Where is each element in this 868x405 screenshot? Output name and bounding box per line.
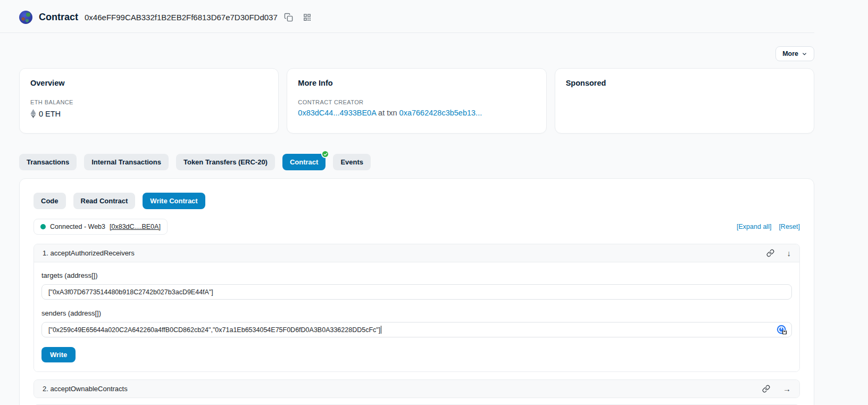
subtab-write-contract[interactable]: Write Contract <box>143 193 205 209</box>
copy-icon[interactable] <box>284 13 293 22</box>
main-tabs: Transactions Internal Transactions Token… <box>19 154 814 170</box>
contract-creator-label: CONTRACT CREATOR <box>298 99 535 105</box>
contract-address: 0x46eFF99CAB332f1B2EB2Ff6813D67e7D30FDd0… <box>85 13 278 22</box>
subtab-read-contract[interactable]: Read Contract <box>73 193 136 209</box>
reset-link[interactable]: [Reset] <box>779 223 800 230</box>
check-icon <box>321 150 329 158</box>
creator-address-link[interactable]: 0x83dC44...4933BE0A <box>298 109 376 117</box>
sponsored-card-title: Sponsored <box>566 79 803 87</box>
page-title: Contract <box>39 12 78 23</box>
tab-transactions[interactable]: Transactions <box>19 154 77 170</box>
text-caret <box>381 326 381 334</box>
more-info-card-title: More Info <box>298 79 535 87</box>
tab-internal-transactions[interactable]: Internal Transactions <box>84 154 169 170</box>
method-accept-authorized-receivers: 1. acceptAuthorizedReceivers ↓ targets (… <box>34 244 800 372</box>
link-icon[interactable] <box>766 249 774 257</box>
method-1-title: 1. acceptAuthorizedReceivers <box>43 249 135 257</box>
senders-input[interactable]: ["0x259c49E65644a020C2A642260a4ffB0CD862… <box>41 322 792 337</box>
method-2-header[interactable]: 2. acceptOwnableContracts → <box>34 380 799 398</box>
connection-status: Connected - Web3 [0x83dC....BE0A] <box>34 219 168 235</box>
more-button[interactable]: More <box>775 46 814 61</box>
overview-card-title: Overview <box>30 79 268 87</box>
expand-arrow-icon[interactable]: → <box>783 385 791 393</box>
qr-code-icon[interactable] <box>303 13 312 22</box>
link-icon[interactable] <box>762 385 770 393</box>
connected-wallet-link[interactable]: [0x83dC....BE0A] <box>110 223 161 230</box>
targets-label: targets (address[]) <box>41 271 792 279</box>
info-cards: Overview ETH BALANCE 0 ETH More Info CON… <box>19 68 814 134</box>
expand-all-link[interactable]: [Expand all] <box>737 223 771 230</box>
overview-card: Overview ETH BALANCE 0 ETH <box>19 68 279 134</box>
targets-input[interactable] <box>41 284 792 300</box>
more-info-card: More Info CONTRACT CREATOR 0x83dC44...49… <box>287 68 546 134</box>
eth-balance-value: 0 ETH <box>39 110 61 118</box>
tab-contract[interactable]: Contract <box>282 154 326 170</box>
subtab-code[interactable]: Code <box>34 193 66 209</box>
connected-dot-icon <box>40 224 46 229</box>
collapse-arrow-icon[interactable]: ↓ <box>787 249 791 257</box>
method-1-header[interactable]: 1. acceptAuthorizedReceivers ↓ <box>34 244 799 262</box>
contract-page: Contract 0x46eFF99CAB332f1B2EB2Ff6813D67… <box>0 0 868 405</box>
toolbar-row: More <box>19 46 814 61</box>
tab-events[interactable]: Events <box>333 154 371 170</box>
more-button-label: More <box>782 50 798 57</box>
creation-txn-link[interactable]: 0xa7662428c3b5eb13... <box>399 109 482 117</box>
method-2-title: 2. acceptOwnableContracts <box>43 385 128 393</box>
chevron-down-icon <box>802 51 807 57</box>
tab-token-transfers[interactable]: Token Transfers (ERC-20) <box>176 154 275 170</box>
at-txn-text: at txn <box>378 109 397 117</box>
connection-status-text: Connected - Web3 <box>50 223 105 230</box>
password-manager-icon[interactable] <box>777 325 787 335</box>
method-accept-ownable-contracts: 2. acceptOwnableContracts → <box>34 379 800 398</box>
senders-label: senders (address[]) <box>41 309 792 317</box>
eth-balance-label: ETH BALANCE <box>30 99 268 105</box>
write-button[interactable]: Write <box>41 347 76 362</box>
contract-subtabs: Code Read Contract Write Contract <box>34 193 800 209</box>
contract-avatar <box>19 11 32 24</box>
eth-icon <box>30 109 36 118</box>
contract-panel: Code Read Contract Write Contract Connec… <box>19 178 814 405</box>
page-header: Contract 0x46eFF99CAB332f1B2EB2Ff6813D67… <box>0 0 814 33</box>
sponsored-card: Sponsored <box>555 68 814 134</box>
